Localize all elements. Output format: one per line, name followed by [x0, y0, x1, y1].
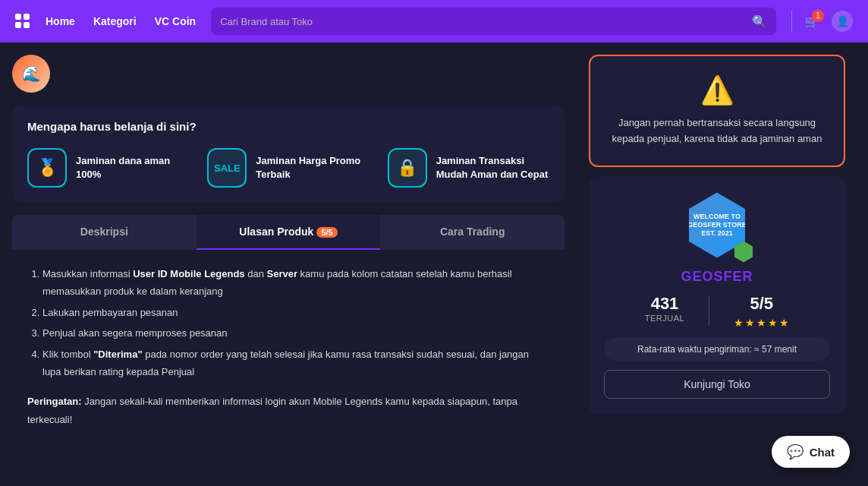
avatar: 🌊 [12, 55, 50, 93]
tab-cara-trading[interactable]: Cara Trading [380, 215, 565, 250]
benefit-transaksi: 🔒 Jaminan Transaksi Mudah Aman dan Cepat [388, 148, 549, 188]
benefit-harga-text: Jaminan Harga Promo Terbaik [256, 154, 369, 181]
user-icon[interactable]: 👤 [832, 11, 853, 32]
star-5: ★ [779, 317, 789, 329]
store-hexagon: WELCOME TO GEOSFER STORE EST. 2021 [683, 191, 751, 260]
stat-divider [709, 296, 709, 327]
tab-deskripsi[interactable]: Deskripsi [12, 215, 197, 250]
logo-area [15, 14, 30, 29]
stat-rating: 5/5 ★ ★ ★ ★ ★ [734, 294, 789, 329]
benefits-row: 🏅 Jaminan dana aman 100% SALE Jaminan Ha… [27, 148, 549, 188]
grid-icon [15, 14, 30, 29]
right-panel: ⚠️ Jangan pernah bertransaksi secara lan… [577, 43, 857, 456]
chat-fab-button[interactable]: 💬 Chat [772, 436, 850, 468]
star-1: ★ [734, 317, 744, 329]
why-shop-title: Mengapa harus belanja di sini? [27, 120, 549, 133]
search-icon[interactable]: 🔍 [752, 14, 767, 29]
tab-ulasan[interactable]: Ulasan Produk5/5 [197, 215, 381, 250]
visit-store-button[interactable]: Kunjungi Toko [604, 370, 830, 399]
benefit-harga: SALE Jaminan Harga Promo Terbaik [207, 148, 369, 188]
content-area: Masukkan informasi User ID Mobile Legend… [12, 250, 565, 443]
tabs-bar: Deskripsi Ulasan Produk5/5 Cara Trading [12, 215, 565, 250]
chat-fab-label: Chat [810, 446, 835, 459]
search-input[interactable] [220, 16, 746, 27]
tab-badge: 5/5 [316, 227, 337, 238]
step-3: Penjual akan segera memproses pesanan [42, 324, 549, 342]
benefit-dana: 🏅 Jaminan dana aman 100% [27, 148, 189, 188]
stat-stars: ★ ★ ★ ★ ★ [734, 317, 789, 329]
star-4: ★ [768, 317, 778, 329]
cart-icon[interactable]: 🛒 1 [804, 14, 819, 29]
star-2: ★ [745, 317, 755, 329]
nav-vc-coin[interactable]: VC Coin [155, 15, 196, 27]
main-nav: Home Kategori VC Coin [46, 15, 196, 27]
why-shop-section: Mengapa harus belanja di sini? 🏅 Jaminan… [12, 105, 565, 203]
warning-box: ⚠️ Jangan pernah bertransaksi secara lan… [589, 55, 845, 167]
nav-kategori[interactable]: Kategori [93, 15, 137, 27]
chat-fab-icon: 💬 [787, 443, 804, 460]
store-name: GEOSFER [681, 269, 753, 285]
steps-list: Masukkan informasi User ID Mobile Legend… [27, 265, 549, 380]
stat-sold-value: 431 [645, 294, 684, 314]
main-content: 🌊 Mengapa harus belanja di sini? 🏅 Jamin… [0, 43, 868, 456]
warning-box-text: Jangan pernah bertransaksi secara langsu… [605, 115, 829, 147]
benefit-dana-text: Jaminan dana aman 100% [76, 154, 189, 181]
header: Home Kategori VC Coin 🔍 🛒 1 👤 [0, 0, 868, 43]
stat-rating-value: 5/5 [734, 294, 789, 314]
store-stats: 431 TERJUAL 5/5 ★ ★ ★ ★ ★ [604, 294, 830, 329]
step-2: Lakukan pembayaran pesanan [42, 304, 549, 321]
warning-triangle-icon: ⚠️ [605, 74, 829, 106]
stat-sold: 431 TERJUAL [645, 294, 684, 323]
star-3: ★ [756, 317, 766, 329]
header-actions: 🛒 1 👤 [791, 11, 853, 32]
medal-icon: 🏅 [27, 148, 67, 188]
benefit-transaksi-text: Jaminan Transaksi Mudah Aman dan Cepat [436, 154, 549, 181]
avatar-row: 🌊 [12, 55, 565, 93]
step-1: Masukkan informasi User ID Mobile Legend… [42, 265, 549, 301]
sale-icon: SALE [207, 148, 247, 188]
store-card: WELCOME TO GEOSFER STORE EST. 2021 GEOSF… [589, 176, 845, 414]
nav-home[interactable]: Home [46, 15, 75, 27]
search-bar: 🔍 [211, 8, 776, 35]
shield-icon: 🔒 [388, 148, 427, 188]
delivery-badge: Rata-rata waktu pengiriman: ≈ 57 menit [604, 338, 830, 361]
step-4: Klik tombol "Diterima" pada nomor order … [42, 346, 549, 381]
header-divider [791, 11, 792, 32]
stat-sold-label: TERJUAL [645, 314, 684, 323]
warning-text: Peringatan: Jangan sekali-kali memberika… [27, 393, 549, 428]
left-panel: 🌊 Mengapa harus belanja di sini? 🏅 Jamin… [0, 43, 577, 456]
cart-badge: 1 [812, 10, 824, 22]
